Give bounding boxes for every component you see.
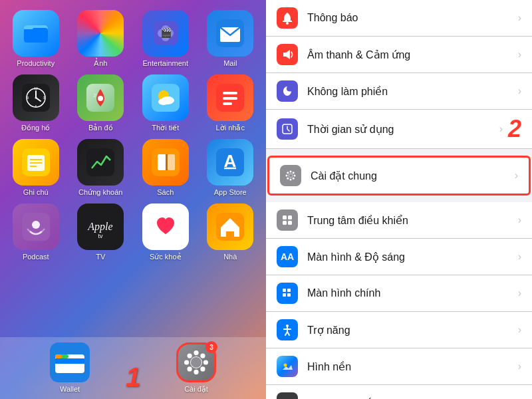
app-icon-books [142,139,189,186]
svg-text:🎬: 🎬 [160,27,172,39]
settings-item-homescreen[interactable]: Màn hình chính › [266,275,532,312]
svg-point-63 [188,354,192,358]
svg-text:6: 6 [35,104,37,108]
settings-label-sound: Âm thanh & Cảm ứng [307,49,518,61]
app-item-entertainment[interactable]: 🎬 Entertainment [136,10,195,68]
settings-item-siri[interactable]: Siri & Tìm kiếm › [266,385,532,399]
chevron-sound: › [518,49,521,61]
svg-rect-30 [223,97,237,100]
app-icon-stocks [77,139,124,186]
svg-rect-39 [158,154,166,170]
settings-item-controlcenter[interactable]: Trung tâm điều khiển › [266,202,532,239]
app-item-productivity[interactable]: Productivity [7,10,65,68]
svg-text:AA: AA [281,251,294,262]
app-icon-maps: 280 [77,74,124,121]
svg-text:9: 9 [27,96,29,100]
app-icon-health [142,203,189,250]
chevron-wallpaper: › [518,360,521,372]
settings-icon-siri [277,392,298,399]
settings-item-sound[interactable]: Âm thanh & Cảm ứng › [266,37,532,73]
svg-text:Apple: Apple [88,221,113,233]
app-item-weather[interactable]: Thời tiết [136,74,195,132]
app-label-home: Nhà [223,253,237,261]
settings-label-siri: Siri & Tìm kiếm [307,397,518,400]
app-icon-mail [207,10,253,57]
svg-rect-84 [288,221,292,225]
svg-point-65 [200,354,205,358]
settings-label-accessibility: Trợ năng [307,324,518,336]
app-item-clock[interactable]: 12 3 6 9 Đồng hồ [7,74,65,132]
app-label-books: Sách [157,188,174,196]
app-icon-photos [77,10,124,57]
app-icon-wallet [50,342,90,382]
svg-rect-31 [223,102,232,105]
iphone-screen: Productivity Ảnh 🎬 Entertainment [0,0,266,399]
app-item-appstore[interactable]: A App Store [201,139,260,197]
app-label-productivity: Productivity [17,59,55,67]
settings-item-screentime[interactable]: Thời gian sử dụng › 2 [266,110,532,149]
dock-settings[interactable]: 3 Cài đặt [176,342,216,394]
app-item-notes[interactable]: Ghi chú [7,139,65,197]
svg-point-46 [32,221,40,229]
settings-label-wallpaper: Hình nền [307,360,518,373]
svg-rect-41 [166,154,168,170]
svg-point-15 [35,97,37,99]
app-item-mail[interactable]: Mail [201,10,260,68]
svg-point-67 [191,357,201,368]
app-item-health[interactable]: Sức khoẻ [136,203,195,261]
settings-label-controlcenter: Trung tâm điều khiển [307,214,518,227]
app-item-stocks[interactable]: Chứng khoán [72,139,130,197]
app-icon-notes [13,139,59,186]
svg-rect-86 [283,289,286,292]
app-item-photos[interactable]: Ảnh [72,10,130,68]
settings-item-accessibility[interactable]: Trợ năng › [266,312,532,348]
app-icon-podcasts [13,203,59,250]
settings-item-notifications[interactable]: Thông báo › [266,0,532,37]
settings-item-wallpaper[interactable]: Hình nền › [266,348,532,385]
chevron-accessibility: › [518,324,521,336]
app-icon-settings: 3 [176,342,216,382]
app-item-podcasts[interactable]: Podcast [7,203,65,261]
app-icon-entertainment: 🎬 [142,10,189,57]
settings-label-donotdisturb: Không làm phiền [307,85,518,98]
svg-point-95 [284,364,287,367]
app-grid: Productivity Ảnh 🎬 Entertainment [0,0,266,268]
svg-text:tv: tv [98,233,104,239]
app-label-podcasts: Podcast [23,253,49,261]
app-item-maps[interactable]: 280 Bản đồ [72,74,130,132]
settings-divider-2 [266,196,532,202]
dock-settings-label: Cài đặt [184,385,208,394]
svg-rect-55 [55,358,84,364]
app-label-weather: Thời tiết [152,124,179,132]
app-item-tv[interactable]: Apple tv TV [72,203,130,261]
chevron-controlcenter: › [518,214,521,226]
app-item-home[interactable]: Nhà [201,203,260,261]
svg-rect-37 [86,148,114,176]
dock-wallet[interactable]: Wallet [50,342,90,394]
svg-rect-57 [55,354,62,358]
settings-icon-controlcenter [277,209,298,231]
svg-rect-83 [283,221,287,225]
svg-rect-81 [283,215,287,219]
settings-item-general[interactable]: Cài đặt chung › [267,156,531,196]
chevron-donotdisturb: › [518,85,521,97]
settings-label-display: Màn hình & Độ sáng [307,251,518,263]
settings-item-donotdisturb[interactable]: Không làm phiền › [266,73,532,110]
app-item-books[interactable]: Sách [136,139,195,197]
svg-point-75 [294,175,296,177]
svg-point-68 [286,22,289,25]
svg-point-64 [200,366,205,371]
svg-point-61 [184,360,189,364]
svg-point-62 [203,360,208,364]
settings-item-display[interactable]: AA Màn hình & Độ sáng › [266,239,532,275]
svg-point-79 [287,178,289,180]
app-icon-tv: Apple tv [77,203,124,250]
settings-icon-display: AA [277,246,298,267]
chevron-homescreen: › [518,287,521,299]
app-label-notes: Ghi chú [23,188,49,196]
settings-label-notifications: Thông báo [307,12,518,24]
svg-rect-40 [168,154,175,170]
chevron-screentime: › [499,123,503,135]
settings-panel: Thông báo › Âm thanh & Cảm ứng › Không l… [266,0,532,399]
app-item-reminders[interactable]: Lời nhắc [201,74,260,132]
